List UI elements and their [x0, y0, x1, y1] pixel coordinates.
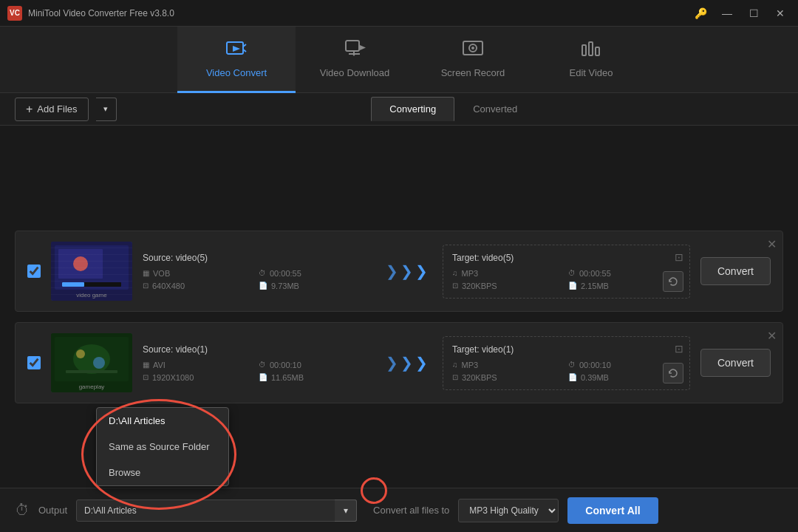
svg-marker-5 [360, 45, 366, 50]
file-card-2: gameplay Source: video(1) ▦ AVI ⏱ 00:00:… [15, 322, 783, 403]
svg-rect-19 [62, 282, 121, 287]
file-1-target-meta: ♫ MP3 ⏱ 00:00:55 ⊡ 320KBPS 📄 2.15MB [452, 269, 681, 290]
convert-all-button[interactable]: Convert All [567, 497, 658, 524]
app-logo: VC [7, 6, 22, 21]
file-2-target: ⊡ Target: video(1) ♫ MP3 ⏱ 00:00:10 ⊡ 32… [443, 336, 690, 390]
dropdown-item-same-as-source[interactable]: Same as Source Folder [97, 434, 228, 460]
output-clock-icon: ⏱ [15, 502, 30, 519]
file-1-reset-button[interactable] [663, 271, 683, 292]
file-2-target-format: ♫ MP3 [452, 361, 565, 369]
quality-select[interactable]: MP3 High Quality [458, 499, 559, 522]
svg-rect-20 [62, 282, 84, 287]
output-label: Output [38, 505, 67, 516]
arrow-1c: ❯ [415, 262, 428, 280]
key-button[interactable]: 🔑 [690, 3, 711, 24]
clock-icon-2: ⏱ [259, 361, 266, 369]
svg-rect-14 [596, 47, 599, 55]
clock-icon-1: ⏱ [259, 269, 266, 277]
sub-tab-converting[interactable]: Converting [371, 97, 454, 121]
target-clock-1: ⏱ [568, 269, 576, 277]
video-convert-icon [225, 39, 248, 64]
file-1-target-bitrate: ⊡ 320KBPS [452, 282, 565, 290]
add-files-plus-icon: + [26, 103, 33, 116]
file-2-thumbnail: gameplay [51, 333, 132, 392]
film-icon-1: ▦ [143, 269, 149, 277]
tab-video-download[interactable]: Video Download [296, 27, 414, 93]
title-text: MiniTool Video Converter Free v3.8.0 [28, 8, 690, 18]
file-2-meta: ▦ AVI ⏱ 00:00:10 ⊡ 1920X1080 📄 11.65MB [143, 361, 371, 382]
file-2-size: 📄 11.65MB [259, 373, 371, 382]
file-1-source-info: Source: video(5) ▦ VOB ⏱ 00:00:55 ⊡ 640X… [143, 253, 371, 290]
audio-icon-2: ♫ [452, 361, 458, 369]
svg-rect-12 [582, 45, 586, 55]
dropdown-item-browse[interactable]: Browse [97, 460, 228, 485]
add-files-label: Add Files [37, 103, 77, 115]
file-1-target-format: ♫ MP3 [452, 269, 565, 278]
sub-tabs-container: Converting Converted [124, 97, 783, 121]
convert-arrows-2: ❯ ❯ ❯ [381, 354, 432, 372]
edit-video-icon [580, 39, 602, 64]
add-files-button[interactable]: + Add Files [15, 98, 89, 121]
file-card-1: video game Source: video(5) ▦ VOB ⏱ 00:0… [15, 231, 783, 312]
minimize-button[interactable]: — [717, 3, 737, 24]
target-size-icon-2: 📄 [568, 373, 577, 381]
file-1-checkbox[interactable] [27, 265, 41, 278]
video-download-icon [344, 39, 366, 64]
output-path-input[interactable] [76, 499, 357, 522]
svg-rect-16 [55, 245, 129, 290]
file-1-target: ⊡ Target: video(5) ♫ MP3 ⏱ 00:00:55 ⊡ 32… [443, 245, 690, 299]
bitrate-icon-2: ⊡ [452, 373, 458, 381]
file-2-source-info: Source: video(1) ▦ AVI ⏱ 00:00:10 ⊡ 1920… [143, 344, 371, 382]
file-1-source-label: Source: video(5) [143, 253, 371, 263]
output-dropdown-menu: D:\All Articles Same as Source Folder Br… [96, 407, 229, 486]
output-dropdown-button[interactable]: ▾ [335, 499, 357, 522]
svg-rect-4 [346, 41, 359, 51]
close-button[interactable]: ✕ [770, 3, 791, 24]
file-1-meta: ▦ VOB ⏱ 00:00:55 ⊡ 640X480 📄 9.73MB [143, 269, 371, 290]
file-2-resolution: ⊡ 1920X1080 [143, 373, 255, 382]
audio-icon-1: ♫ [452, 269, 458, 277]
svg-point-25 [76, 349, 85, 358]
tab-screen-record[interactable]: Screen Record [414, 27, 532, 93]
file-1-target-label: Target: video(5) [452, 253, 681, 263]
film-icon-2: ▦ [143, 361, 149, 369]
dropdown-item-all-articles[interactable]: D:\All Articles [97, 408, 228, 434]
file-2-close-button[interactable]: ✕ [767, 329, 777, 343]
file-2-target-label: Target: video(1) [452, 344, 681, 355]
file-2-target-meta: ♫ MP3 ⏱ 00:00:10 ⊡ 320KBPS 📄 0.39MB [452, 361, 681, 382]
file-1-resolution: ⊡ 640X480 [143, 282, 255, 290]
add-files-dropdown-button[interactable]: ▾ [96, 98, 117, 121]
convert-arrows-1: ❯ ❯ ❯ [381, 262, 432, 280]
file-2-checkbox[interactable] [27, 356, 41, 369]
screen-record-icon [462, 39, 484, 64]
bottom-bar: ⏱ Output ▾ Convert all files to MP3 High… [0, 488, 798, 532]
tab-edit-video[interactable]: Edit Video [532, 27, 650, 93]
file-1-target-edit-button[interactable]: ⊡ [675, 251, 683, 263]
file-1-size: 📄 9.73MB [259, 282, 371, 290]
svg-text:video game: video game [76, 292, 107, 299]
tab-video-download-label: Video Download [320, 67, 389, 78]
sub-tab-converted[interactable]: Converted [454, 97, 536, 121]
tab-video-convert[interactable]: Video Convert [177, 27, 296, 93]
file-1-thumbnail: video game [51, 242, 132, 301]
size-icon-2: 📄 [259, 373, 267, 381]
tab-edit-video-label: Edit Video [569, 67, 613, 78]
tab-video-convert-label: Video Convert [206, 67, 267, 78]
target-size-icon-1: 📄 [568, 282, 577, 290]
file-2-target-edit-button[interactable]: ⊡ [675, 343, 683, 355]
file-2-source-label: Source: video(1) [143, 344, 371, 355]
svg-point-26 [93, 357, 105, 369]
file-1-convert-button[interactable]: Convert [700, 257, 771, 285]
file-2-convert-button[interactable]: Convert [700, 349, 771, 377]
svg-rect-13 [589, 42, 593, 55]
convert-all-to-label: Convert all files to [373, 505, 449, 516]
title-bar: VC MiniTool Video Converter Free v3.8.0 … [0, 0, 798, 27]
arrow-2b: ❯ [400, 354, 413, 372]
output-path-container: ▾ [76, 499, 357, 522]
maximize-button[interactable]: ☐ [743, 3, 764, 24]
svg-text:gameplay: gameplay [79, 383, 105, 390]
nav-bar: Video Convert Video Download Screen Reco… [0, 27, 798, 93]
file-1-close-button[interactable]: ✕ [767, 237, 777, 251]
file-2-reset-button[interactable] [663, 363, 683, 383]
svg-point-24 [73, 344, 110, 374]
